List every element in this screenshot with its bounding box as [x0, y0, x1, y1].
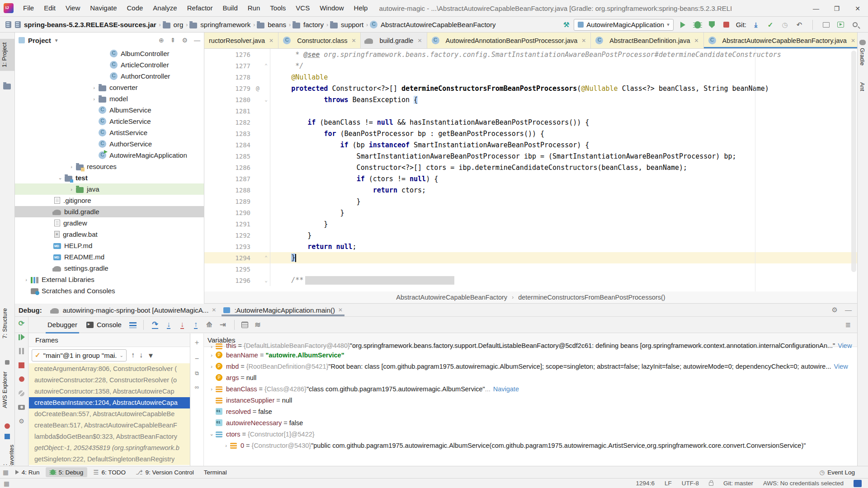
stop-button[interactable]: [18, 361, 26, 369]
tree-item-gradlew[interactable]: gradlew: [15, 217, 204, 229]
variable-row-0[interactable]: ›0={Constructor@5430} "public com.github…: [204, 440, 857, 451]
tree-item-albumservice[interactable]: AlbumService: [15, 104, 204, 116]
debug-tab-session[interactable]: autowiring-magic-spring-boot [AutowireMa…: [47, 304, 220, 316]
menu-code[interactable]: Code: [122, 4, 148, 12]
editor-tab-abstractbeandefinition-java[interactable]: AbstractBeanDefinition.java✕: [591, 33, 703, 48]
frame-down-button[interactable]: ↓: [139, 351, 143, 359]
tree-item-external-libraries[interactable]: ›External Libraries: [15, 274, 204, 285]
code-line-1291[interactable]: 1291 }: [204, 218, 857, 230]
toolwindow-button-4-run[interactable]: 4: Run: [11, 468, 44, 477]
frame-row[interactable]: getObject:-1, 2052435819 (org.springfram…: [29, 442, 190, 454]
menu-build[interactable]: Build: [217, 4, 242, 12]
view-breakpoints-button[interactable]: [18, 375, 26, 383]
layout-settings-icon[interactable]: [128, 320, 138, 330]
menu-tools[interactable]: Tools: [265, 4, 291, 12]
tree-item-authorservice[interactable]: AuthorService: [15, 138, 204, 150]
build-hammer-icon[interactable]: ⚒: [563, 21, 569, 29]
code-line-1279[interactable]: 1279@ protected Constructor<?>[] determi…: [204, 83, 857, 94]
code-line-1277[interactable]: 1277⌃ */: [204, 60, 857, 71]
notification-indicator[interactable]: [854, 480, 862, 487]
sidebar-tab-favorites[interactable]: 2: Favorites: [1, 445, 15, 469]
frame-row[interactable]: createBean:517, AbstractAutowireCapableB…: [29, 420, 190, 431]
toolwindow-button-5-debug[interactable]: 5: Debug: [46, 467, 88, 477]
line-number[interactable]: 1294: [204, 254, 253, 262]
tree-item-albumcontroller[interactable]: AlbumController: [15, 48, 204, 59]
run-anything-button[interactable]: [835, 20, 845, 30]
code-line-1290[interactable]: 1290 }: [204, 207, 857, 218]
locate-file-icon[interactable]: ⊕: [159, 37, 164, 44]
toolwindow-button-event-log[interactable]: ◷Event Log: [815, 467, 859, 477]
menu-vcs[interactable]: VCS: [291, 4, 315, 12]
line-number[interactable]: 1295: [204, 266, 253, 273]
line-number[interactable]: 1283: [204, 130, 253, 137]
close-icon[interactable]: ✕: [338, 307, 343, 313]
status-grid-icon[interactable]: ▦: [4, 480, 9, 487]
variable-row-beanName[interactable]: ›beanName="autowire.AlbumService": [204, 349, 857, 361]
tree-item-artistservice[interactable]: ArtistService: [15, 127, 204, 138]
tree-item-articlecontroller[interactable]: ArticleController: [15, 59, 204, 70]
variable-row-args[interactable]: args=null: [204, 372, 857, 383]
close-icon[interactable]: ✕: [581, 38, 586, 44]
settings-filter-icon[interactable]: ≋: [252, 319, 264, 330]
code-line-1280[interactable]: 1280⌄ throws BeansException {: [204, 94, 857, 105]
variable-row-beanClass[interactable]: ›beanClass={Class@4286} "class com.githu…: [204, 383, 857, 394]
sidebar-tab-project[interactable]: 1: Project: [0, 39, 15, 71]
show-watches-icon[interactable]: ∞: [195, 384, 199, 390]
fold-marker-icon[interactable]: ⌃: [262, 60, 270, 71]
expand-chevron-icon[interactable]: ›: [208, 344, 216, 349]
breadcrumb-item[interactable]: support›: [330, 21, 368, 28]
git-update-button[interactable]: ⤓: [751, 20, 761, 30]
tree-item-java[interactable]: ›java: [15, 183, 204, 195]
close-icon[interactable]: ✕: [212, 307, 216, 313]
expand-chevron-icon[interactable]: ›: [208, 352, 216, 358]
tree-item-scratches-and-consoles[interactable]: Scratches and Consoles: [15, 285, 204, 296]
frame-row[interactable]: lambda$doGetBean$0:323, AbstractBeanFact…: [29, 431, 190, 442]
line-number[interactable]: 1296: [204, 277, 253, 284]
code-line-1285[interactable]: 1285 SmartInstantiationAwareBeanPostProc…: [204, 150, 857, 162]
breadcrumb-item[interactable]: org›: [163, 21, 188, 28]
run-configuration-select[interactable]: AutowireMagicApplication ▾: [574, 19, 673, 31]
tree-chevron-icon[interactable]: ⌄: [56, 175, 65, 181]
line-number[interactable]: 1282: [204, 119, 253, 126]
sidebar-tab-ant[interactable]: Ant: [859, 82, 866, 91]
breadcrumb-item[interactable]: spring-beans-5.2.3.RELEASE-sources.jar›: [14, 21, 161, 28]
filter-funnel-icon[interactable]: ▼: [147, 352, 154, 359]
hide-panel-icon[interactable]: —: [194, 37, 200, 44]
code-line-1295[interactable]: 1295: [204, 263, 857, 275]
breadcrumb-class[interactable]: AbstractAutowireCapableBeanFactory: [396, 294, 507, 301]
line-number[interactable]: 1279: [204, 85, 253, 92]
tree-chevron-icon[interactable]: ›: [90, 96, 99, 102]
variable-row-this[interactable]: ›this={DefaultListableBeanFactory@4480} …: [204, 343, 857, 349]
coverage-button[interactable]: [707, 20, 717, 30]
evaluate-expression-button[interactable]: [240, 320, 250, 330]
file-encoding[interactable]: UTF-8: [682, 480, 699, 487]
variable-row-instanceSupplier[interactable]: instanceSupplier=null: [204, 394, 857, 406]
expand-chevron-icon[interactable]: ⌄: [208, 431, 216, 437]
menu-run[interactable]: Run: [243, 4, 265, 12]
menu-view[interactable]: View: [61, 4, 85, 12]
remove-watch-button[interactable]: −: [195, 355, 199, 363]
close-icon[interactable]: ✕: [351, 38, 356, 44]
code-line-1282[interactable]: 1282 if (beanClass != null && hasInstant…: [204, 117, 857, 128]
caret-position[interactable]: 1294:6: [636, 480, 655, 487]
debugger-settings-gear[interactable]: ⚙: [18, 417, 26, 425]
expand-chevron-icon[interactable]: ›: [208, 386, 216, 392]
line-number[interactable]: 1280: [204, 96, 253, 103]
variable-row-mbd[interactable]: ›mbd={RootBeanDefinition@5421} "Root bea…: [204, 361, 857, 372]
line-number[interactable]: 1276: [204, 51, 253, 58]
line-number[interactable]: 1284: [204, 141, 253, 149]
fold-marker-icon[interactable]: ⌄: [262, 94, 270, 105]
line-number[interactable]: 1281: [204, 108, 253, 115]
variable-row-ctors[interactable]: ⌄ctors={Constructor[1]@5422}: [204, 428, 857, 440]
line-number[interactable]: 1293: [204, 243, 253, 250]
tree-item-settings-gradle[interactable]: settings.gradle: [15, 263, 204, 274]
sidebar-tab-gradle[interactable]: Gradle: [859, 48, 866, 66]
code-line-1289[interactable]: 1289 }: [204, 196, 857, 207]
sidebar-tab-structure[interactable]: 7: Structure: [1, 308, 8, 338]
code-line-1294[interactable]: 1294⌃ }: [204, 252, 857, 263]
history-clock-icon[interactable]: ◷: [780, 20, 790, 30]
line-separator[interactable]: LF: [665, 480, 672, 487]
variable-row-autowireNecessary[interactable]: autowireNecessary=false: [204, 417, 857, 428]
debug-tab-main[interactable]: :AutowireMagicApplication.main()✕: [220, 304, 346, 316]
resume-button[interactable]: [18, 333, 26, 341]
